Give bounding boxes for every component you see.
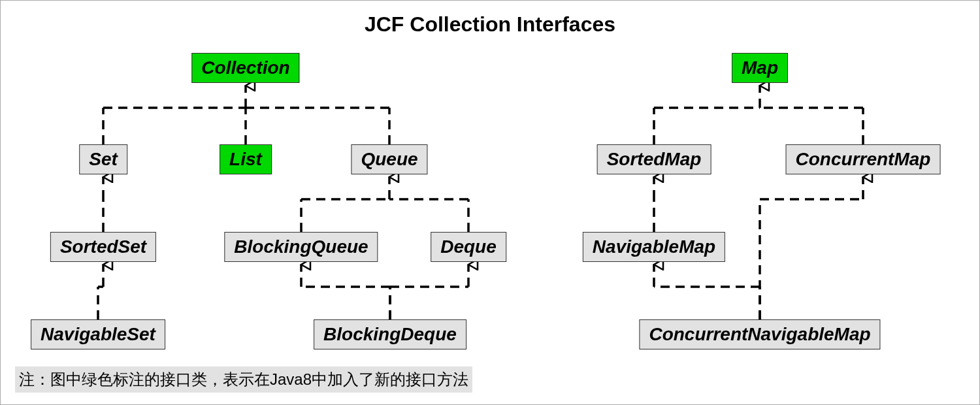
node-sortedset: SortedSet	[50, 232, 156, 262]
node-map: Map	[732, 53, 788, 83]
node-collection: Collection	[191, 53, 299, 83]
node-blockingdeque: BlockingDeque	[314, 319, 466, 349]
footnote: 注：图中绿色标注的接口类，表示在Java8中加入了新的接口方法	[15, 366, 472, 393]
node-list: List	[220, 144, 272, 174]
node-navigableset: NavigableSet	[31, 319, 165, 349]
node-concurrentnavigablemap: ConcurrentNavigableMap	[639, 319, 880, 349]
node-set: Set	[79, 144, 127, 174]
node-navigablemap: NavigableMap	[583, 232, 725, 262]
diagram-frame: JCF Collection Interfaces CollectionSetL…	[0, 0, 980, 405]
diagram-title: JCF Collection Interfaces	[1, 12, 979, 37]
node-blockingqueue: BlockingQueue	[224, 232, 378, 262]
node-deque: Deque	[431, 232, 506, 262]
node-queue: Queue	[351, 144, 427, 174]
node-sortedmap: SortedMap	[597, 144, 711, 174]
node-concurrentmap: ConcurrentMap	[786, 144, 941, 174]
